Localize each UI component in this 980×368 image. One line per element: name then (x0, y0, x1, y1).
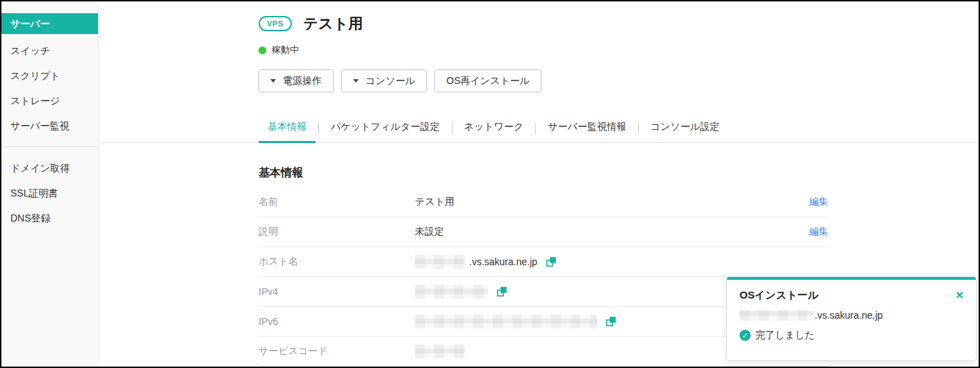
sidebar-item-ssl[interactable]: SSL証明書 (1, 181, 98, 206)
table-row-description: 説明 未設定 編集 (259, 217, 828, 247)
tab-basic-info[interactable]: 基本情報 (259, 114, 316, 142)
status-dot-icon (259, 47, 266, 54)
edit-link[interactable]: 編集 (809, 226, 828, 238)
sidebar-item-storage[interactable]: ストレージ (1, 88, 98, 113)
sidebar-item-dns[interactable]: DNS登録 (1, 206, 98, 231)
status-label: 稼動中 (272, 44, 299, 56)
os-reinstall-label: OS再インストール (446, 75, 530, 87)
sidebar: サーバー スイッチ スクリプト ストレージ サーバー監視 ドメイン取得 SSL証… (1, 1, 99, 367)
edit-link[interactable]: 編集 (809, 196, 828, 208)
power-actions-button[interactable]: 電源操作 (259, 69, 334, 92)
toast-status: ✓ 完了しました (740, 329, 963, 342)
copy-icon[interactable] (546, 256, 557, 267)
sidebar-item-server-monitoring[interactable]: サーバー監視 (1, 113, 98, 138)
redacted-hostname (415, 255, 465, 269)
sidebar-item-domain[interactable]: ドメイン取得 (1, 156, 98, 181)
row-label: 名前 (259, 196, 415, 208)
os-install-toast: OSインストール × .vs.sakura.ne.jp ✓ 完了しました (726, 276, 977, 361)
tab-separator (452, 123, 452, 134)
sidebar-item-script[interactable]: スクリプト (1, 63, 98, 88)
toast-status-label: 完了しました (756, 329, 815, 342)
tab-separator (638, 123, 639, 134)
sidebar-item-server[interactable]: サーバー (1, 13, 98, 34)
vps-badge: VPS (259, 16, 292, 31)
console-label: コンソール (366, 75, 415, 87)
row-value: .vs.sakura.ne.jp (415, 255, 828, 269)
section-heading-basic-info: 基本情報 (259, 166, 979, 181)
redacted-ipv4 (415, 285, 488, 299)
row-value: テスト用 (415, 196, 809, 208)
dropdown-caret-icon (270, 79, 276, 83)
redacted-service-code (415, 344, 465, 358)
toast-title: OSインストール (740, 289, 818, 302)
tab-server-monitoring-info[interactable]: サーバー監視情報 (539, 114, 635, 142)
table-row-hostname: ホスト名 .vs.sakura.ne.jp (259, 247, 828, 277)
redacted-ipv6 (415, 315, 597, 328)
row-label: 説明 (259, 226, 415, 238)
page-title: テスト用 (304, 14, 363, 33)
console-button[interactable]: コンソール (341, 69, 427, 92)
tab-console-settings[interactable]: コンソール設定 (642, 114, 728, 142)
table-row-name: 名前 テスト用 編集 (259, 187, 828, 217)
copy-icon[interactable] (496, 286, 507, 297)
copy-icon[interactable] (605, 316, 616, 327)
tab-separator (535, 123, 536, 134)
toast-hostname-suffix: .vs.sakura.ne.jp (815, 310, 883, 321)
row-label: IPv4 (259, 286, 415, 297)
sidebar-item-switch[interactable]: スイッチ (1, 38, 98, 63)
toast-hostname: .vs.sakura.ne.jp (740, 310, 963, 321)
row-label: サービスコード (259, 345, 415, 358)
os-reinstall-button[interactable]: OS再インストール (434, 69, 541, 92)
row-value: 未設定 (415, 226, 809, 238)
app-window: サーバー スイッチ スクリプト ストレージ サーバー監視 ドメイン取得 SSL証… (0, 0, 980, 368)
sidebar-divider (1, 147, 98, 147)
power-actions-label: 電源操作 (283, 75, 322, 87)
row-label: ホスト名 (259, 256, 415, 268)
hostname-suffix: .vs.sakura.ne.jp (469, 256, 537, 267)
redacted-hostname (740, 310, 815, 321)
tab-bar: 基本情報 パケットフィルター設定 ネットワーク サーバー監視情報 コンソール設定 (99, 114, 979, 143)
server-status: 稼動中 (259, 44, 979, 56)
action-toolbar: 電源操作 コンソール OS再インストール (259, 69, 979, 92)
tab-network[interactable]: ネットワーク (455, 114, 533, 142)
check-circle-icon: ✓ (740, 330, 751, 341)
dropdown-caret-icon (353, 79, 359, 83)
tab-separator (318, 123, 319, 134)
tab-packet-filter[interactable]: パケットフィルター設定 (322, 114, 449, 142)
close-icon[interactable]: × (956, 289, 963, 301)
row-label: IPv6 (259, 316, 415, 327)
server-header: VPS テスト用 (259, 1, 979, 33)
